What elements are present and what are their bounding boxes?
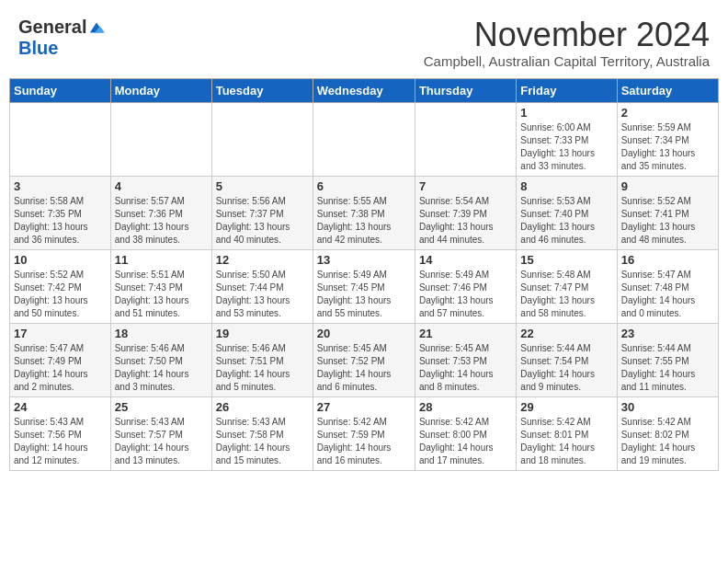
day-number: 16 [621, 253, 714, 267]
day-number: 3 [14, 179, 107, 193]
calendar-cell: 6Sunrise: 5:55 AM Sunset: 7:38 PM Daylig… [313, 176, 415, 249]
page-header: General Blue November 2024 Campbell, Aus… [9, 9, 719, 73]
calendar-cell: 10Sunrise: 5:52 AM Sunset: 7:42 PM Dayli… [10, 249, 111, 323]
weekday-header-tuesday: Tuesday [211, 78, 313, 102]
calendar-cell: 26Sunrise: 5:43 AM Sunset: 7:58 PM Dayli… [211, 396, 313, 470]
calendar-cell: 28Sunrise: 5:42 AM Sunset: 8:00 PM Dayli… [415, 396, 516, 470]
calendar-cell: 23Sunrise: 5:44 AM Sunset: 7:55 PM Dayli… [617, 323, 718, 396]
calendar-cell: 19Sunrise: 5:46 AM Sunset: 7:51 PM Dayli… [211, 323, 313, 396]
calendar-header-row: SundayMondayTuesdayWednesdayThursdayFrid… [10, 78, 719, 102]
day-detail: Sunrise: 5:47 AM Sunset: 7:49 PM Dayligh… [14, 342, 107, 394]
calendar-cell [313, 102, 415, 176]
day-number: 11 [115, 253, 208, 267]
calendar-cell: 20Sunrise: 5:45 AM Sunset: 7:52 PM Dayli… [313, 323, 415, 396]
day-detail: Sunrise: 5:53 AM Sunset: 7:40 PM Dayligh… [520, 195, 612, 247]
calendar-cell: 25Sunrise: 5:43 AM Sunset: 7:57 PM Dayli… [110, 396, 211, 470]
day-number: 1 [520, 106, 612, 120]
day-number: 7 [419, 179, 512, 193]
month-title: November 2024 [424, 17, 710, 53]
weekday-header-thursday: Thursday [415, 78, 516, 102]
title-block: November 2024 Campbell, Australian Capit… [424, 17, 710, 69]
day-detail: Sunrise: 5:43 AM Sunset: 7:58 PM Dayligh… [216, 416, 309, 467]
day-detail: Sunrise: 5:52 AM Sunset: 7:42 PM Dayligh… [14, 269, 107, 320]
day-number: 25 [115, 400, 208, 414]
day-number: 17 [14, 327, 107, 340]
day-detail: Sunrise: 5:44 AM Sunset: 7:54 PM Dayligh… [520, 342, 612, 394]
day-detail: Sunrise: 5:58 AM Sunset: 7:35 PM Dayligh… [14, 195, 107, 247]
weekday-header-wednesday: Wednesday [313, 78, 415, 102]
calendar-week-row: 1Sunrise: 6:00 AM Sunset: 7:33 PM Daylig… [10, 102, 719, 176]
day-detail: Sunrise: 5:42 AM Sunset: 7:59 PM Dayligh… [317, 416, 411, 467]
calendar-cell [110, 102, 211, 176]
day-detail: Sunrise: 5:42 AM Sunset: 8:00 PM Dayligh… [419, 416, 512, 467]
day-detail: Sunrise: 5:48 AM Sunset: 7:47 PM Dayligh… [520, 269, 612, 320]
calendar-cell: 18Sunrise: 5:46 AM Sunset: 7:50 PM Dayli… [110, 323, 211, 396]
day-number: 27 [317, 400, 411, 414]
calendar-cell: 9Sunrise: 5:52 AM Sunset: 7:41 PM Daylig… [617, 176, 718, 249]
calendar-week-row: 3Sunrise: 5:58 AM Sunset: 7:35 PM Daylig… [10, 176, 719, 249]
day-number: 15 [520, 253, 612, 267]
calendar-cell: 2Sunrise: 5:59 AM Sunset: 7:34 PM Daylig… [617, 102, 718, 176]
calendar-cell: 30Sunrise: 5:42 AM Sunset: 8:02 PM Dayli… [617, 396, 718, 470]
logo-general: General [18, 17, 86, 38]
calendar-cell: 5Sunrise: 5:56 AM Sunset: 7:37 PM Daylig… [211, 176, 313, 249]
day-number: 2 [621, 106, 714, 120]
weekday-header-sunday: Sunday [10, 78, 111, 102]
logo-icon [88, 19, 105, 36]
day-number: 4 [115, 179, 208, 193]
calendar-cell: 11Sunrise: 5:51 AM Sunset: 7:43 PM Dayli… [110, 249, 211, 323]
day-detail: Sunrise: 5:49 AM Sunset: 7:46 PM Dayligh… [419, 269, 512, 320]
day-detail: Sunrise: 5:47 AM Sunset: 7:48 PM Dayligh… [621, 269, 714, 320]
day-detail: Sunrise: 5:55 AM Sunset: 7:38 PM Dayligh… [317, 195, 411, 247]
day-number: 28 [419, 400, 512, 414]
weekday-header-monday: Monday [110, 78, 211, 102]
calendar-cell: 27Sunrise: 5:42 AM Sunset: 7:59 PM Dayli… [313, 396, 415, 470]
day-number: 26 [216, 400, 309, 414]
calendar-table: SundayMondayTuesdayWednesdayThursdayFrid… [9, 78, 719, 471]
calendar-cell: 8Sunrise: 5:53 AM Sunset: 7:40 PM Daylig… [517, 176, 617, 249]
calendar-cell: 21Sunrise: 5:45 AM Sunset: 7:53 PM Dayli… [415, 323, 516, 396]
day-number: 22 [520, 327, 612, 340]
day-number: 9 [621, 179, 714, 193]
day-number: 30 [621, 400, 714, 414]
calendar-cell [211, 102, 313, 176]
calendar-week-row: 24Sunrise: 5:43 AM Sunset: 7:56 PM Dayli… [10, 396, 719, 470]
calendar-cell: 14Sunrise: 5:49 AM Sunset: 7:46 PM Dayli… [415, 249, 516, 323]
day-number: 19 [216, 327, 309, 340]
calendar-cell: 1Sunrise: 6:00 AM Sunset: 7:33 PM Daylig… [517, 102, 617, 176]
logo: General Blue [18, 17, 105, 59]
day-number: 10 [14, 253, 107, 267]
calendar-cell: 12Sunrise: 5:50 AM Sunset: 7:44 PM Dayli… [211, 249, 313, 323]
calendar-cell: 13Sunrise: 5:49 AM Sunset: 7:45 PM Dayli… [313, 249, 415, 323]
day-detail: Sunrise: 6:00 AM Sunset: 7:33 PM Dayligh… [520, 121, 612, 173]
calendar-cell: 15Sunrise: 5:48 AM Sunset: 7:47 PM Dayli… [517, 249, 617, 323]
day-detail: Sunrise: 5:43 AM Sunset: 7:57 PM Dayligh… [115, 416, 208, 467]
day-detail: Sunrise: 5:54 AM Sunset: 7:39 PM Dayligh… [419, 195, 512, 247]
day-number: 23 [621, 327, 714, 340]
logo-blue: Blue [18, 38, 58, 59]
day-number: 6 [317, 179, 411, 193]
calendar-cell: 22Sunrise: 5:44 AM Sunset: 7:54 PM Dayli… [517, 323, 617, 396]
weekday-header-friday: Friday [517, 78, 617, 102]
day-number: 13 [317, 253, 411, 267]
day-detail: Sunrise: 5:50 AM Sunset: 7:44 PM Dayligh… [216, 269, 309, 320]
day-detail: Sunrise: 5:51 AM Sunset: 7:43 PM Dayligh… [115, 269, 208, 320]
day-number: 18 [115, 327, 208, 340]
day-number: 5 [216, 179, 309, 193]
location-subtitle: Campbell, Australian Capital Territory, … [424, 53, 710, 69]
calendar-cell: 7Sunrise: 5:54 AM Sunset: 7:39 PM Daylig… [415, 176, 516, 249]
day-number: 20 [317, 327, 411, 340]
day-detail: Sunrise: 5:43 AM Sunset: 7:56 PM Dayligh… [14, 416, 107, 467]
day-detail: Sunrise: 5:46 AM Sunset: 7:50 PM Dayligh… [115, 342, 208, 394]
day-detail: Sunrise: 5:45 AM Sunset: 7:52 PM Dayligh… [317, 342, 411, 394]
calendar-cell: 24Sunrise: 5:43 AM Sunset: 7:56 PM Dayli… [10, 396, 111, 470]
day-detail: Sunrise: 5:45 AM Sunset: 7:53 PM Dayligh… [419, 342, 512, 394]
calendar-week-row: 17Sunrise: 5:47 AM Sunset: 7:49 PM Dayli… [10, 323, 719, 396]
calendar-week-row: 10Sunrise: 5:52 AM Sunset: 7:42 PM Dayli… [10, 249, 719, 323]
day-detail: Sunrise: 5:42 AM Sunset: 8:02 PM Dayligh… [621, 416, 714, 467]
day-number: 8 [520, 179, 612, 193]
calendar-cell: 3Sunrise: 5:58 AM Sunset: 7:35 PM Daylig… [10, 176, 111, 249]
calendar-cell: 17Sunrise: 5:47 AM Sunset: 7:49 PM Dayli… [10, 323, 111, 396]
calendar-cell [415, 102, 516, 176]
day-detail: Sunrise: 5:42 AM Sunset: 8:01 PM Dayligh… [520, 416, 612, 467]
